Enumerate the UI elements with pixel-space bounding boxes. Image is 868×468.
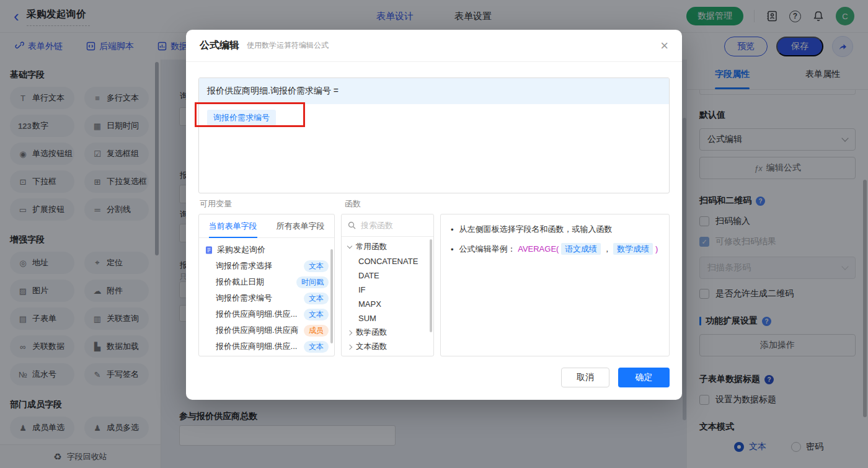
type-badge: 文本 [304, 260, 329, 272]
function-item[interactable]: MAPX [342, 297, 433, 311]
chevron-down-icon [347, 244, 352, 249]
chevron-right-icon [347, 344, 352, 349]
confirm-button[interactable]: 确定 [618, 368, 670, 387]
modal-title: 公式编辑 [200, 39, 239, 52]
formula-hints-panel: • 从左侧面板选择字段名和函数，或输入函数 • 公式编辑举例： AVERAGE(… [440, 214, 670, 356]
function-group-math[interactable]: 数学函数 [342, 325, 433, 340]
function-item[interactable]: DATE [342, 268, 433, 283]
form-doc-icon [205, 246, 213, 254]
function-group-text[interactable]: 文本函数 [342, 340, 433, 354]
functions-section-label: 函数 [345, 198, 361, 210]
bullet: • [451, 245, 454, 254]
formula-target: 报价供应商明细.询报价需求编号 = [199, 78, 669, 104]
function-item[interactable]: CONCATENATE [342, 254, 433, 268]
bullet: • [451, 225, 454, 234]
variables-section-label: 可用变量 [200, 198, 232, 210]
function-search-input[interactable]: 搜索函数 [342, 214, 433, 237]
function-item[interactable]: IF [342, 283, 433, 297]
functions-scrollbar[interactable] [430, 239, 432, 332]
hint-text-1: 从左侧面板选择字段名和函数，或输入函数 [459, 224, 613, 235]
variable-row[interactable]: 询报价需求选择 文本 [199, 258, 334, 274]
variable-row[interactable]: 报价供应商明细.供应... 文本 [199, 306, 334, 322]
variables-panel: 当前表单字段 所有表单字段 采购发起询价 询报价需求选择 文本 报价截止日期 时… [198, 214, 335, 356]
formula-editor[interactable]: 报价供应商明细.询报价需求编号 = 询报价需求编号 [198, 77, 670, 193]
close-icon[interactable]: × [660, 39, 668, 53]
variables-scrollbar[interactable] [330, 249, 333, 343]
variable-row[interactable]: 询报价需求编号 文本 [199, 290, 334, 306]
formula-edit-modal: 公式编辑 使用数学运算符编辑公式 × 报价供应商明细.询报价需求编号 = 询报价… [186, 30, 682, 400]
example-field-chip: 数学成绩 [613, 243, 653, 255]
modal-subtitle: 使用数学运算符编辑公式 [247, 40, 329, 51]
chevron-right-icon [347, 330, 352, 335]
type-badge: 文本 [304, 309, 329, 320]
example-function-open: AVERAGE( [518, 244, 559, 254]
tab-current-form-fields[interactable]: 当前表单字段 [199, 214, 267, 237]
variable-row[interactable]: 报价截止日期 时间戳 [199, 274, 334, 290]
tab-all-form-fields[interactable]: 所有表单字段 [267, 214, 334, 237]
annotation-highlight-box [195, 102, 305, 127]
search-icon [348, 221, 356, 229]
function-item[interactable]: SUM [342, 311, 433, 325]
tree-root-form[interactable]: 采购发起询价 [199, 242, 334, 258]
type-badge: 文本 [304, 293, 329, 304]
example-field-chip: 语文成绩 [561, 243, 601, 255]
hint-text-2: 公式编辑举例： AVERAGE( 语文成绩 ， 数学成绩 ) [459, 244, 658, 255]
variable-row[interactable]: 报价供应商明细.供应... 文本 [199, 338, 334, 355]
functions-panel: 搜索函数 常用函数 CONCATENATE DATE IF MAPX SUM 数… [341, 214, 434, 356]
function-group-common[interactable]: 常用函数 [342, 240, 433, 254]
type-badge: 文本 [304, 341, 329, 353]
example-function-close: ) [655, 244, 658, 254]
cancel-button[interactable]: 取消 [561, 368, 609, 387]
type-badge: 时间戳 [296, 276, 329, 288]
variable-row[interactable]: 报价供应商明细.供应商 成员 [199, 322, 334, 338]
type-badge: 成员 [304, 325, 329, 337]
